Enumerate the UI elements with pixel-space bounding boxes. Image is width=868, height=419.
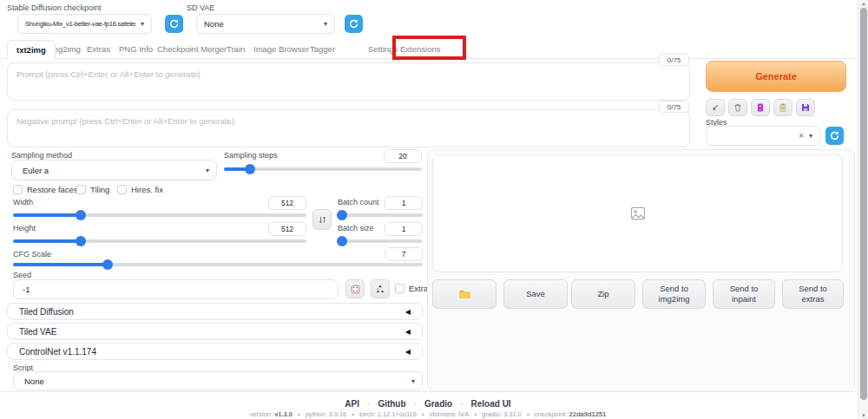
tab-txt2img[interactable]: txt2img: [7, 40, 56, 59]
apply-style-button[interactable]: [773, 99, 792, 116]
save-style-button[interactable]: [796, 99, 815, 116]
chevron-down-icon: ▾: [809, 132, 812, 140]
tab-checkpoint-merger[interactable]: Checkpoint Merger: [157, 40, 227, 59]
clipboard-icon: [778, 102, 788, 113]
tab-extras[interactable]: Extras: [87, 40, 110, 59]
width-slider[interactable]: [13, 213, 306, 217]
sd-vae-dropdown[interactable]: None ▾: [196, 14, 335, 34]
cfg-scale-slider[interactable]: [13, 263, 423, 266]
github-link[interactable]: Github: [378, 399, 405, 409]
chevron-down-icon: ▾: [324, 20, 327, 28]
width-value[interactable]: 512: [268, 196, 306, 210]
trash-icon: [733, 102, 743, 113]
tiling-checkbox[interactable]: Tiling: [76, 185, 109, 194]
prompt-token-counter: 0/75: [659, 54, 689, 66]
batch-size-value[interactable]: 1: [385, 222, 423, 236]
sampling-steps-slider[interactable]: [224, 167, 422, 171]
scroll-up-icon[interactable]: ▲: [858, 1, 868, 6]
tab-settings[interactable]: Settings: [368, 40, 398, 59]
styles-dropdown[interactable]: × ▾: [706, 126, 820, 146]
tab-image-browser[interactable]: Image Browser: [253, 40, 309, 59]
cfg-scale-label: CFG Scale: [13, 250, 51, 259]
prompt-textarea[interactable]: Prompt (press Ctrl+Enter or Alt+Enter to…: [7, 62, 690, 101]
reuse-seed-button[interactable]: [371, 279, 390, 298]
scroll-down-icon[interactable]: ▼: [858, 413, 868, 418]
checkbox-icon[interactable]: [395, 284, 404, 293]
height-label: Height: [13, 224, 36, 232]
refresh-icon: [829, 130, 840, 141]
extra-seed-checkbox[interactable]: Extra: [395, 284, 428, 293]
accordion-tiled-vae[interactable]: Tiled VAE ◀: [7, 323, 423, 340]
checkpoint-refresh-button[interactable]: [165, 15, 183, 33]
clear-prompt-button[interactable]: [728, 99, 747, 116]
stable-diffusion-webui: Stable Diffusion checkpoint Shungiku-Mix…: [0, 0, 868, 419]
scrollbar-thumb[interactable]: [860, 8, 867, 400]
reload-ui-link[interactable]: Reload UI: [471, 399, 511, 409]
page-scrollbar[interactable]: ▲ ▼: [858, 0, 868, 419]
hires-fix-checkbox[interactable]: Hires. fix: [117, 185, 163, 194]
batch-count-label: Batch count: [338, 198, 379, 206]
random-seed-button[interactable]: [345, 279, 365, 298]
prompt-placeholder: Prompt (press Ctrl+Enter or Alt+Enter to…: [16, 69, 201, 79]
recycle-icon: [375, 284, 385, 294]
folder-icon: [458, 289, 471, 299]
checkbox-icon[interactable]: [13, 185, 23, 194]
send-to-inpaint-button[interactable]: Send to inpaint: [713, 279, 775, 309]
arrow-down-left-icon: [710, 102, 720, 113]
accordion-tiled-diffusion[interactable]: Tiled Diffusion ◀: [7, 303, 423, 320]
sampling-steps-value[interactable]: 20: [384, 149, 422, 163]
extra-networks-button[interactable]: [751, 99, 770, 116]
negative-prompt-textarea[interactable]: Negative prompt (press Ctrl+Enter or Alt…: [7, 109, 690, 147]
checkbox-icon[interactable]: [117, 185, 127, 194]
footer-version: version: v1.3.0 • python: 3.9.16 • torch…: [0, 410, 856, 418]
checkpoint-value: Shungiku-Mix_v1-better-vae-fp16.safetens…: [25, 20, 135, 28]
seed-input[interactable]: -1: [13, 279, 339, 299]
open-folder-button[interactable]: [432, 279, 496, 309]
footer-divider: [0, 391, 856, 392]
send-to-extras-button[interactable]: Send to extras: [782, 279, 844, 309]
sd-vae-value: None: [204, 19, 224, 29]
generate-button[interactable]: Generate: [706, 61, 846, 92]
batch-size-slider[interactable]: [338, 239, 423, 243]
tab-tagger[interactable]: Tagger: [310, 40, 335, 59]
height-value[interactable]: 512: [268, 222, 306, 236]
clear-selection-icon[interactable]: ×: [799, 131, 804, 141]
output-gallery[interactable]: [432, 154, 843, 272]
paste-params-button[interactable]: [706, 99, 725, 116]
api-link[interactable]: API: [345, 399, 359, 409]
checkpoint-label: Stable Diffusion checkpoint: [7, 3, 101, 12]
batch-size-label: Batch size: [338, 224, 374, 232]
zip-button[interactable]: Zip: [571, 279, 635, 309]
swap-dimensions-button[interactable]: [312, 209, 332, 230]
send-to-img2img-button[interactable]: Send to img2img: [642, 279, 706, 309]
height-slider[interactable]: [13, 239, 306, 243]
tab-train[interactable]: Train: [227, 40, 245, 59]
gradio-link[interactable]: Gradio: [424, 399, 452, 409]
batch-count-value[interactable]: 1: [385, 196, 423, 210]
collapse-arrow-icon: ◀: [405, 308, 411, 316]
script-value: None: [21, 376, 44, 386]
chevron-down-icon: ▾: [411, 377, 415, 385]
card-icon: [755, 102, 766, 113]
tab-png-info[interactable]: PNG Info: [119, 40, 153, 59]
checkbox-icon[interactable]: [76, 185, 86, 194]
image-placeholder-icon: [629, 205, 647, 222]
swap-arrows-icon: [318, 215, 327, 225]
save-button[interactable]: Save: [503, 279, 568, 309]
refresh-icon: [348, 18, 359, 29]
script-dropdown[interactable]: None ▾: [13, 371, 423, 390]
sampling-method-label: Sampling method: [11, 151, 72, 160]
tab-extensions[interactable]: Extensions: [400, 40, 440, 59]
collapse-arrow-icon: ◀: [405, 328, 411, 336]
batch-count-slider[interactable]: [338, 213, 423, 217]
accordion-controlnet[interactable]: ControlNet v1.1.174 ◀: [7, 343, 423, 360]
restore-faces-checkbox[interactable]: Restore faces: [13, 185, 78, 194]
sampling-steps-label: Sampling steps: [224, 151, 278, 160]
sampling-method-dropdown[interactable]: Euler a ▾: [11, 160, 217, 180]
collapse-arrow-icon: ◀: [405, 348, 411, 356]
checkpoint-dropdown[interactable]: Shungiku-Mix_v1-better-vae-fp16.safetens…: [17, 14, 152, 34]
styles-refresh-button[interactable]: [825, 127, 844, 145]
chevron-down-icon: ▾: [141, 20, 144, 28]
cfg-scale-value[interactable]: 7: [385, 247, 423, 261]
sd-vae-refresh-button[interactable]: [345, 15, 363, 33]
